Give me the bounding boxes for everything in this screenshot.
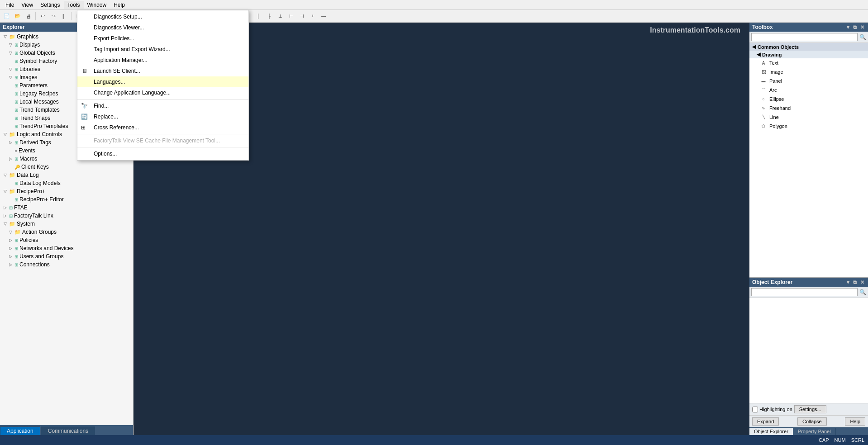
tree-recipepro[interactable]: ▽ 📁 RecipePro+ xyxy=(0,187,133,195)
monitor-icon: 🖥 xyxy=(82,68,87,74)
menu-item-cache-tool: FactoryTalk View SE Cache File Managemen… xyxy=(77,135,248,146)
tree-ftlinx[interactable]: ▷ ⊞ FactoryTalk Linx xyxy=(0,212,133,220)
toggle-system[interactable]: ▽ xyxy=(4,222,9,226)
tab-property-panel[interactable]: Property Panel xyxy=(793,428,836,435)
toolbox-close-btn[interactable]: ✕ xyxy=(859,24,865,30)
obj-explorer-dock-btn[interactable]: ⧉ xyxy=(852,279,858,285)
toolbar-redo[interactable]: ↪ xyxy=(48,11,58,21)
help-button[interactable]: Help xyxy=(845,417,865,426)
toggle-macros[interactable]: ▷ xyxy=(9,156,14,161)
grid-icon-legacy: ⊞ xyxy=(14,91,18,96)
menu-tools[interactable]: Tools xyxy=(64,1,84,9)
tree-client-keys[interactable]: 🔑 Client Keys xyxy=(0,163,133,171)
toolbox-section-common-objects[interactable]: ◀ Common Objects xyxy=(749,43,868,51)
toggle-recipepro[interactable]: ▽ xyxy=(4,189,9,194)
toolbox-pin-btn[interactable]: ▾ xyxy=(846,24,850,30)
tree-networks-devices[interactable]: ▷ ⊞ Networks and Devices xyxy=(0,244,133,252)
grid-icon-trend-templates: ⊞ xyxy=(14,108,18,113)
toggle-connections[interactable]: ▷ xyxy=(9,262,14,267)
toolbar-line2[interactable]: │ xyxy=(253,11,263,21)
tree-ftae[interactable]: ▷ ⊞ FTAE xyxy=(0,204,133,212)
menu-sep-2 xyxy=(77,134,248,134)
tab-object-explorer[interactable]: Object Explorer xyxy=(749,428,793,435)
toggle-graphics[interactable]: ▽ xyxy=(4,34,9,39)
toolbox-item-text[interactable]: A Text xyxy=(749,58,868,67)
key-icon-client: 🔑 xyxy=(14,165,20,170)
toolbar-undo[interactable]: ↩ xyxy=(38,11,48,21)
menu-window[interactable]: Window xyxy=(84,1,110,9)
grid-icon-trend-snaps: ⊞ xyxy=(14,116,18,121)
menu-item-replace: 🔄 Replace... xyxy=(77,111,248,122)
grid-icon-libraries: ⊞ xyxy=(14,67,18,72)
toggle-action-groups[interactable]: ▽ xyxy=(9,230,14,234)
obj-explorer-pin-btn[interactable]: ▾ xyxy=(846,279,850,285)
menu-item-find: 🔭 Find... xyxy=(77,100,248,111)
toggle-libraries[interactable]: ▽ xyxy=(9,67,14,71)
toolbox-item-panel[interactable]: ▬ Panel xyxy=(749,76,868,85)
toolbox-search-input[interactable] xyxy=(751,33,858,41)
binoculars-icon: 🔭 xyxy=(81,103,88,109)
toolbox-item-line[interactable]: ╲ Line xyxy=(749,113,868,122)
toolbar-line7[interactable]: + xyxy=(308,11,318,21)
grid-icon-trendpro: ⊞ xyxy=(14,124,18,129)
toolbox-search-bar: 🔍 xyxy=(749,32,868,43)
toggle-derived[interactable]: ▷ xyxy=(9,140,14,145)
menu-file[interactable]: File xyxy=(2,1,18,9)
toolbar-line6[interactable]: ⊣ xyxy=(297,11,307,21)
text-icon: A xyxy=(760,61,767,66)
toolbar-new[interactable]: 📄 xyxy=(2,11,12,21)
toolbar-extra[interactable]: ▌ xyxy=(59,11,69,21)
settings-button[interactable]: Settings... xyxy=(794,405,826,413)
highlighting-checkbox-label: Highlighting on xyxy=(752,407,792,412)
toolbox-item-arc[interactable]: ⌒ Arc xyxy=(749,85,868,95)
toolbox-item-image[interactable]: 🖼 Image xyxy=(749,67,868,76)
toolbox-item-polygon[interactable]: ⬠ Polygon xyxy=(749,122,868,131)
tree-policies[interactable]: ▷ ⊞ Policies xyxy=(0,236,133,244)
grid-icon-displays: ⊞ xyxy=(14,43,18,47)
folder-grid-icon-ftae: ⊞ xyxy=(9,205,13,210)
toolbox-item-freehand[interactable]: ∿ Freehand xyxy=(749,104,868,113)
menu-item-launch-se: 🖥 Launch SE Client... xyxy=(77,66,248,76)
obj-explorer-close-btn[interactable]: ✕ xyxy=(859,279,865,285)
toolbar-line3[interactable]: ├ xyxy=(264,11,274,21)
tree-users-groups[interactable]: ▷ ⊞ Users and Groups xyxy=(0,252,133,260)
toolbar-open[interactable]: 📂 xyxy=(13,11,23,21)
toggle-users[interactable]: ▷ xyxy=(9,254,14,259)
toggle-ftae[interactable]: ▷ xyxy=(4,205,9,210)
tree-recipepro-editor[interactable]: ⊞ RecipePro+ Editor xyxy=(0,195,133,204)
toggle-ftlinx[interactable]: ▷ xyxy=(4,213,9,218)
toggle-policies[interactable]: ▷ xyxy=(9,238,14,242)
grid-icon-dlm: ⊞ xyxy=(14,181,18,186)
collapse-button[interactable]: Collapse xyxy=(797,417,827,426)
menu-help[interactable]: Help xyxy=(110,1,129,9)
toggle-logic[interactable]: ▽ xyxy=(4,132,9,137)
tree-connections[interactable]: ▷ ⊞ Connections xyxy=(0,260,133,269)
toggle-global-objects[interactable]: ▽ xyxy=(9,51,14,55)
tree-system[interactable]: ▽ 📁 System xyxy=(0,220,133,228)
toolbox-dock-btn[interactable]: ⧉ xyxy=(852,24,858,30)
tree-action-groups[interactable]: ▽ 📁 Action Groups xyxy=(0,228,133,236)
toolbar-line8[interactable]: — xyxy=(319,11,329,21)
toggle-images[interactable]: ▽ xyxy=(9,75,14,80)
menu-item-diagnostics-viewer: Diagnostics Viewer... xyxy=(77,22,248,33)
toolbar-print[interactable]: 🖨 xyxy=(24,11,33,21)
toggle-data-log[interactable]: ▽ xyxy=(4,173,9,177)
menu-settings[interactable]: Settings xyxy=(37,1,63,9)
toggle-displays[interactable]: ▽ xyxy=(9,43,14,47)
toolbar-line4[interactable]: ⊥ xyxy=(275,11,285,21)
grid-icon-policies: ⊞ xyxy=(14,238,18,243)
tab-application[interactable]: Application xyxy=(0,426,40,435)
toolbar-line5[interactable]: ⊢ xyxy=(286,11,296,21)
grid-icon-images: ⊞ xyxy=(14,75,18,80)
toolbox-item-ellipse[interactable]: ○ Ellipse xyxy=(749,95,868,104)
tree-data-log[interactable]: ▽ 📁 Data Log xyxy=(0,171,133,179)
toolbox-subsection-drawing[interactable]: ◀ Drawing xyxy=(749,51,868,58)
tab-communications[interactable]: Communications xyxy=(41,426,95,435)
toolbox-header-actions: ▾ ⧉ ✕ xyxy=(846,24,865,30)
expand-button[interactable]: Expand xyxy=(752,417,779,426)
obj-explorer-search-input[interactable] xyxy=(751,288,858,296)
highlighting-checkbox[interactable] xyxy=(752,407,758,412)
menu-view[interactable]: View xyxy=(18,1,37,9)
tree-data-log-models[interactable]: ⊞ Data Log Models xyxy=(0,179,133,187)
toggle-networks[interactable]: ▷ xyxy=(9,246,14,251)
